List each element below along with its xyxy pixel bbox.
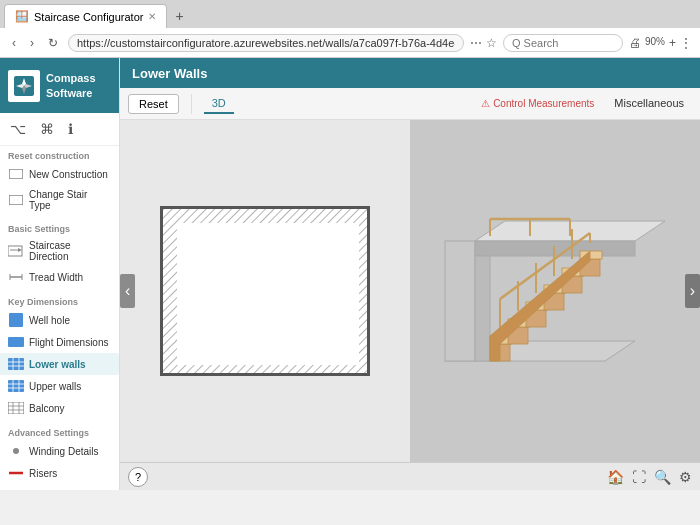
print-icon[interactable]: 🖨 xyxy=(629,36,641,50)
svg-rect-15 xyxy=(8,358,24,370)
settings-shortcut-icon[interactable]: ⌥ xyxy=(8,119,28,139)
command-icon[interactable]: ⌘ xyxy=(38,119,56,139)
forward-button[interactable]: › xyxy=(26,34,38,52)
settings-icon[interactable]: ⋮ xyxy=(680,36,692,50)
balcony-label: Balcony xyxy=(29,403,65,414)
handrail-profile-icon xyxy=(8,488,24,490)
reload-button[interactable]: ↻ xyxy=(44,34,62,52)
svg-rect-55 xyxy=(475,256,490,361)
sidebar-item-upper-walls[interactable]: Upper walls xyxy=(0,375,119,397)
well-hole-icon xyxy=(8,313,24,327)
address-input[interactable] xyxy=(68,34,464,52)
gear-icon[interactable]: ⚙ xyxy=(679,469,692,485)
new-construction-icon xyxy=(8,167,24,181)
sidebar-item-well-hole[interactable]: Well hole xyxy=(0,309,119,331)
address-bar: ‹ › ↻ ⋯ ☆ 🖨 90% + ⋮ xyxy=(0,28,700,58)
upper-walls-label: Upper walls xyxy=(29,381,81,392)
main-toolbar: Reset 3D ⚠ Control Measurements Miscella… xyxy=(120,88,700,120)
fullscreen-icon[interactable]: ⛶ xyxy=(632,469,646,485)
toolbar-right: ⚠ Control Measurements Miscellaneous xyxy=(481,94,692,114)
tab-3d[interactable]: 3D xyxy=(204,94,234,114)
sidebar-item-staircase-direction[interactable]: Staircase Direction xyxy=(0,236,119,266)
brand-name: Compass Software xyxy=(46,71,96,100)
sidebar: Compass Software ⌥ ⌘ ℹ Reset constructio… xyxy=(0,58,120,490)
help-button[interactable]: ? xyxy=(128,467,148,487)
info-icon[interactable]: ℹ xyxy=(66,119,75,139)
svg-point-30 xyxy=(13,448,19,454)
app-container: Compass Software ⌥ ⌘ ℹ Reset constructio… xyxy=(0,58,700,490)
active-tab[interactable]: 🪟 Staircase Configurator ✕ xyxy=(4,4,167,28)
sidebar-item-handrail-profile[interactable]: Handrail Profile xyxy=(0,484,119,490)
upper-walls-icon xyxy=(8,379,24,393)
lower-walls-label: Lower walls xyxy=(29,359,86,370)
home-icon[interactable]: 🏠 xyxy=(607,469,624,485)
svg-rect-20 xyxy=(8,380,24,392)
control-measurements-warning[interactable]: ⚠ Control Measurements xyxy=(481,94,594,114)
bottom-action-icons: 🏠 ⛶ 🔍 ⚙ xyxy=(607,469,692,485)
tread-width-icon xyxy=(8,270,24,284)
svg-rect-13 xyxy=(9,313,23,327)
flight-dimensions-icon xyxy=(8,335,24,349)
flight-dimensions-label: Flight Dimensions xyxy=(29,337,108,348)
staircase-direction-icon xyxy=(8,244,24,258)
svg-marker-9 xyxy=(18,248,22,252)
risers-icon xyxy=(8,466,24,480)
zoom-in-icon[interactable]: + xyxy=(669,36,676,50)
tab-icon: 🪟 xyxy=(15,10,29,23)
miscellaneous-tab[interactable]: Miscellaneous xyxy=(606,94,692,114)
view-2d-panel xyxy=(120,120,410,462)
hatch-svg xyxy=(163,209,367,373)
reset-button[interactable]: Reset xyxy=(128,94,179,114)
extensions-icon[interactable]: ⋯ xyxy=(470,36,482,50)
warning-icon: ⚠ xyxy=(481,98,490,109)
main-content: Lower Walls Reset 3D ⚠ Control Measureme… xyxy=(120,58,700,490)
section-title-basic: Basic Settings xyxy=(0,219,119,236)
logo-icon xyxy=(12,74,36,98)
back-button[interactable]: ‹ xyxy=(8,34,20,52)
risers-label: Risers xyxy=(29,468,57,479)
sidebar-quick-icons: ⌥ ⌘ ℹ xyxy=(0,113,119,146)
sidebar-item-winding-details[interactable]: Winding Details xyxy=(0,440,119,462)
nav-left-arrow[interactable]: ‹ xyxy=(120,274,135,308)
browser-chrome: 🪟 Staircase Configurator ✕ + ‹ › ↻ ⋯ ☆ 🖨… xyxy=(0,0,700,58)
winding-details-label: Winding Details xyxy=(29,446,98,457)
sidebar-item-risers[interactable]: Risers xyxy=(0,462,119,484)
handrail-profile-label: Handrail Profile xyxy=(29,490,97,491)
sidebar-item-lower-walls[interactable]: Lower walls xyxy=(0,353,119,375)
new-construction-label: New Construction xyxy=(29,169,108,180)
new-tab-button[interactable]: + xyxy=(167,4,191,28)
bottom-bar: ? 🏠 ⛶ 🔍 ⚙ xyxy=(120,462,700,490)
2d-drawing xyxy=(160,206,370,376)
tread-width-label: Tread Width xyxy=(29,272,83,283)
svg-rect-6 xyxy=(9,195,23,205)
tab-close-button[interactable]: ✕ xyxy=(148,11,156,22)
sidebar-item-change-stair-type[interactable]: Change Stair Type xyxy=(0,185,119,215)
sidebar-item-balcony[interactable]: Balcony xyxy=(0,397,119,419)
main-title: Lower Walls xyxy=(132,66,207,81)
svg-rect-14 xyxy=(8,337,24,347)
section-title-advanced: Advanced Settings xyxy=(0,423,119,440)
sidebar-item-flight-dimensions[interactable]: Flight Dimensions xyxy=(0,331,119,353)
lower-walls-icon xyxy=(8,357,24,371)
tab-title: Staircase Configurator xyxy=(34,11,143,23)
sidebar-header: Compass Software xyxy=(0,58,119,113)
section-title-key-dimensions: Key Dimensions xyxy=(0,292,119,309)
winding-details-icon xyxy=(8,444,24,458)
nav-right-arrow[interactable]: › xyxy=(685,274,700,308)
toolbar-separator xyxy=(191,94,192,114)
browser-actions: 🖨 90% + ⋮ xyxy=(629,36,692,50)
svg-rect-52 xyxy=(445,241,475,361)
sidebar-item-tread-width[interactable]: Tread Width xyxy=(0,266,119,288)
zoom-icon[interactable]: 🔍 xyxy=(654,469,671,485)
bookmark-icon[interactable]: ☆ xyxy=(486,36,497,50)
sidebar-item-new-construction[interactable]: New Construction xyxy=(0,163,119,185)
well-hole-label: Well hole xyxy=(29,315,70,326)
browser-toolbar-icons: ⋯ ☆ xyxy=(470,36,497,50)
staircase-direction-label: Staircase Direction xyxy=(29,240,111,262)
change-stair-label: Change Stair Type xyxy=(29,189,111,211)
section-title-reset: Reset construction xyxy=(0,146,119,163)
tab-bar: 🪟 Staircase Configurator ✕ + xyxy=(0,0,700,28)
compass-logo xyxy=(8,70,40,102)
svg-rect-5 xyxy=(9,169,23,179)
search-input[interactable] xyxy=(503,34,623,52)
